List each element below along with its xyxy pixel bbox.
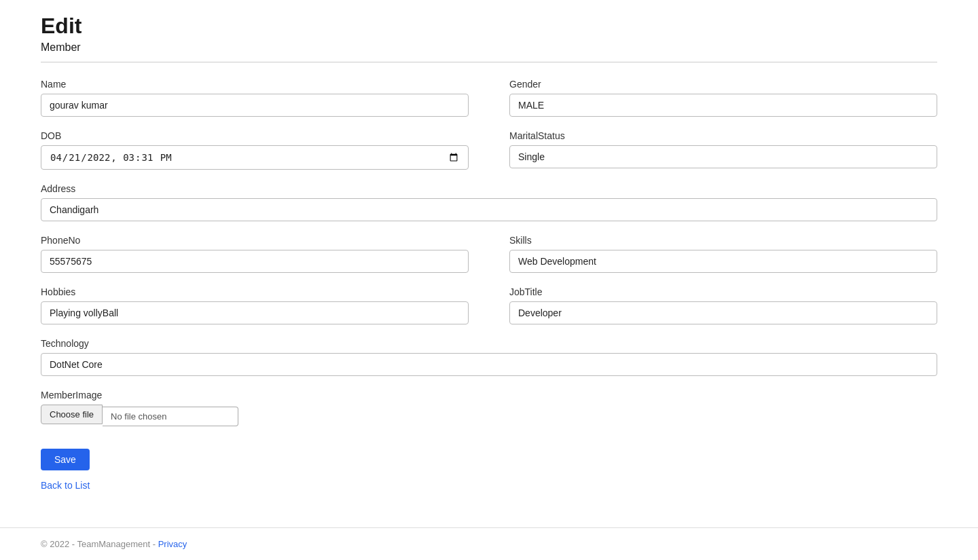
footer: © 2022 - TeamManagement - Privacy: [0, 527, 978, 560]
marital-status-label: MaritalStatus: [509, 130, 937, 141]
gender-group: Gender: [509, 79, 937, 117]
address-group: Address: [41, 183, 937, 221]
privacy-link[interactable]: Privacy: [158, 539, 187, 549]
file-input-wrapper: Choose file No file chosen: [41, 405, 937, 428]
dob-group: DOB: [41, 130, 469, 170]
marital-status-group: MaritalStatus: [509, 130, 937, 170]
skills-label: Skills: [509, 235, 937, 246]
file-name-display: No file chosen: [103, 407, 238, 426]
skills-input[interactable]: [509, 250, 937, 273]
technology-input[interactable]: [41, 353, 937, 376]
gender-input[interactable]: [509, 94, 937, 117]
page-subtitle: Member: [41, 41, 937, 54]
address-input[interactable]: [41, 198, 937, 221]
technology-label: Technology: [41, 338, 937, 349]
hobbies-label: Hobbies: [41, 286, 469, 297]
phone-label: PhoneNo: [41, 235, 469, 246]
skills-group: Skills: [509, 235, 937, 273]
choose-file-button[interactable]: Choose file: [41, 405, 103, 424]
gender-label: Gender: [509, 79, 937, 90]
jobtitle-group: JobTitle: [509, 286, 937, 324]
marital-status-input[interactable]: [509, 145, 937, 168]
hobbies-group: Hobbies: [41, 286, 469, 324]
name-group: Name: [41, 79, 469, 117]
hobbies-input[interactable]: [41, 301, 469, 324]
edit-member-form: Name Gender DOB MaritalStatus Address: [41, 79, 937, 491]
name-label: Name: [41, 79, 469, 90]
phone-group: PhoneNo: [41, 235, 469, 273]
save-button[interactable]: Save: [41, 449, 90, 470]
member-image-group: MemberImage Choose file No file chosen: [41, 390, 937, 428]
form-divider: [41, 62, 937, 62]
name-input[interactable]: [41, 94, 469, 117]
page-title: Edit: [41, 14, 937, 39]
dob-input[interactable]: [41, 145, 469, 170]
phone-input[interactable]: [41, 250, 469, 273]
jobtitle-input[interactable]: [509, 301, 937, 324]
back-to-list-link[interactable]: Back to List: [41, 480, 937, 491]
address-label: Address: [41, 183, 937, 194]
dob-label: DOB: [41, 130, 469, 141]
jobtitle-label: JobTitle: [509, 286, 937, 297]
technology-group: Technology: [41, 338, 937, 376]
footer-text: © 2022 - TeamManagement -: [41, 539, 156, 549]
member-image-label: MemberImage: [41, 390, 937, 400]
